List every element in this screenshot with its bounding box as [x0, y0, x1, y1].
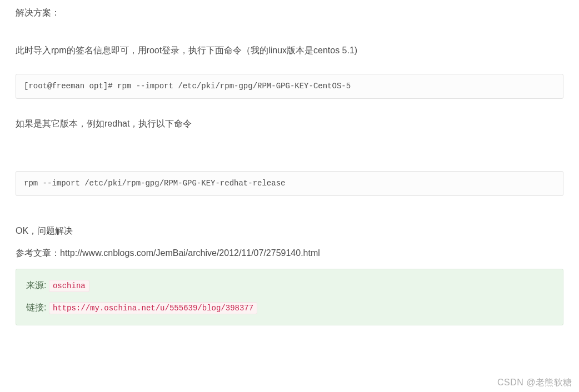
source-link-row: 链接: https://my.oschina.net/u/555639/blog… [26, 300, 553, 315]
source-origin-value[interactable]: oschina [49, 280, 89, 292]
reference-article: 参考文章：http://www.cnblogs.com/JemBai/archi… [16, 245, 563, 262]
source-origin-label: 来源: [26, 280, 49, 290]
source-link-label: 链接: [26, 303, 49, 312]
source-info-box: 来源: oschina 链接: https://my.oschina.net/u… [16, 269, 563, 325]
csdn-watermark: CSDN @老熊软糖 [497, 377, 572, 389]
source-origin-row: 来源: oschina [26, 278, 553, 293]
code-block-redhat[interactable]: rpm --import /etc/pki/rpm-gpg/RPM-GPG-KE… [16, 171, 563, 196]
paragraph-instruction: 此时导入rpm的签名信息即可，用root登录，执行下面命令（我的linux版本是… [16, 42, 563, 59]
code-block-centos[interactable]: [root@freeman opt]# rpm --import /etc/pk… [16, 74, 563, 99]
paragraph-solved: OK，问题解决 [16, 223, 563, 239]
solution-heading: 解决方案： [16, 4, 563, 21]
paragraph-other-version: 如果是其它版本，例如redhat，执行以下命令 [16, 115, 563, 132]
source-link-value[interactable]: https://my.oschina.net/u/555639/blog/398… [49, 302, 257, 314]
